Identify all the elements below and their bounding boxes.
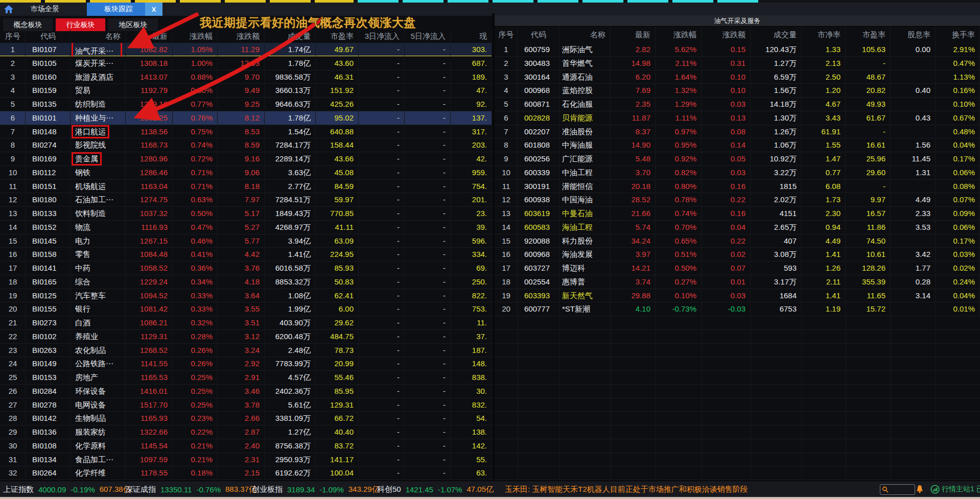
table-row[interactable]: 6 BI0101 种植业与⋯ 1082.25 0.76% 8.12 1.78亿 … xyxy=(0,111,492,125)
table-row[interactable]: 11 BI0151 机场航运 1163.04 0.71% 8.18 2.77亿 … xyxy=(0,180,492,194)
column-header[interactable]: 名称 xyxy=(559,27,611,43)
cell-volume: 3660.13万 xyxy=(265,84,316,98)
table-row[interactable]: 32 BI0264 化学纤维 1178.55 0.18% 2.15 6192.6… xyxy=(0,466,492,480)
table-row[interactable]: 30 BI0108 化学原料 1145.54 0.21% 2.40 8756.3… xyxy=(0,439,492,453)
table-row[interactable]: 22 BI0102 养殖业 1129.31 0.28% 3.12 6200.48… xyxy=(0,330,492,344)
table-row[interactable]: 1 BI0107 油气开采⋯ 1082.82 1.05% 11.29 1.74亿… xyxy=(0,43,492,57)
table-row[interactable]: 7 002207 准油股份 8.37 0.97% 0.08 1.26万 61.9… xyxy=(495,125,980,139)
table-row[interactable]: 28 BI0142 生物制品 1165.93 0.23% 2.66 3381.0… xyxy=(0,412,492,425)
connection-icon[interactable] xyxy=(930,485,940,495)
table-row[interactable]: 29 BI0136 服装家纺 1322.66 0.22% 2.87 1.27亿 … xyxy=(0,425,492,439)
table-row[interactable]: 10 BI0112 钢铁 1286.46 0.71% 9.06 3.63亿 45… xyxy=(0,166,492,180)
tab-sector-tracking[interactable]: 板块跟踪 X xyxy=(87,3,162,16)
table-row[interactable]: 14 BI0152 物流 1116.93 0.47% 5.27 4268.97万… xyxy=(0,221,492,234)
connection-status[interactable]: 行情主站1 已 xyxy=(942,481,980,497)
table-row[interactable]: 5 600871 石化油服 2.35 1.29% 0.03 14.18万 4.6… xyxy=(495,98,980,111)
table-row[interactable]: 4 000968 蓝焰控股 7.69 1.32% 0.10 1.56万 1.20… xyxy=(495,84,980,98)
column-header[interactable]: 现 xyxy=(451,30,492,43)
search-icon xyxy=(882,486,889,493)
tab-market-overview[interactable]: 市场全景 xyxy=(17,3,73,16)
table-row[interactable]: 19 BI0125 汽车整车 1094.52 0.33% 3.64 1.08亿 … xyxy=(0,289,492,303)
column-header[interactable]: 3日净流入 xyxy=(359,30,405,43)
table-row[interactable]: 3 300164 通源石油 6.20 1.64% 0.10 6.59万 2.50… xyxy=(495,70,980,84)
table-row[interactable]: 12 BI0180 石油加工⋯ 1274.75 0.63% 7.97 7284.… xyxy=(0,193,492,207)
table-row[interactable]: 9 BI0169 贵金属 1280.96 0.72% 9.16 2289.14万… xyxy=(0,152,492,166)
cell-name: 综合 xyxy=(71,275,126,289)
table-row[interactable]: 7 BI0148 港口航运 1138.56 0.75% 8.53 1.54亿 6… xyxy=(0,125,492,139)
column-header[interactable]: 涨跌额 xyxy=(218,30,265,43)
table-row[interactable]: 18 BI0165 综合 1229.24 0.34% 4.18 8853.32万… xyxy=(0,275,492,289)
cell-volume: 7783.99万 xyxy=(265,357,316,371)
table-row[interactable]: 2 300483 首华燃气 14.98 2.11% 0.31 1.27万 2.1… xyxy=(495,57,980,70)
table-row[interactable]: 12 600938 中国海油 28.52 0.78% 0.22 2.02万 1.… xyxy=(495,193,980,207)
table-row[interactable]: 18 002554 惠博普 3.74 0.27% 0.01 3.17万 2.11… xyxy=(495,275,980,289)
table-row[interactable]: 16 600968 海油发展 3.97 0.51% 0.02 3.08万 1.4… xyxy=(495,248,980,262)
search-input[interactable] xyxy=(880,484,915,495)
table-row[interactable]: 20 600777 *ST新潮 4.10 -0.73% -0.03 6753 1… xyxy=(495,302,980,316)
table-row[interactable]: 21 BI0273 白酒 1086.21 0.32% 3.51 403.90万 … xyxy=(0,316,492,330)
column-header[interactable]: 成交量 xyxy=(751,27,802,43)
table-row[interactable]: 24 BI0149 公路铁路⋯ 1141.55 0.26% 2.92 7783.… xyxy=(0,357,492,371)
column-header[interactable]: 市盈率 xyxy=(316,30,359,43)
table-row[interactable]: 13 BI0133 饮料制造 1037.32 0.50% 5.17 1849.4… xyxy=(0,207,492,221)
column-header[interactable]: 最新 xyxy=(611,27,656,43)
news-ticker[interactable]: 玉禾田: 玉树智能天禾T2机器人目前正处于市场推广和积极洽谈销售阶段 xyxy=(505,481,748,497)
column-header[interactable]: 5日净流入 xyxy=(405,30,451,43)
table-row[interactable]: 25 BI0153 房地产 1165.53 0.25% 2.91 4.57亿 5… xyxy=(0,371,492,385)
table-row[interactable]: 14 600583 海油工程 5.74 0.70% 0.04 2.65万 0.9… xyxy=(495,221,980,234)
table-row[interactable]: 11 300191 潜能恒信 20.18 0.80% 0.16 1815 6.0… xyxy=(495,180,980,194)
table-row[interactable]: 9 600256 广汇能源 5.48 0.92% 0.05 10.92万 1.4… xyxy=(495,152,980,166)
column-header[interactable]: 涨跌幅 xyxy=(173,30,218,43)
cell-pe: 41.11 xyxy=(316,221,359,234)
table-row[interactable]: 26 BI0284 环保设备 1416.01 0.25% 3.46 2402.3… xyxy=(0,385,492,398)
column-header[interactable]: 成交量 xyxy=(265,30,316,43)
table-row[interactable]: 8 601808 中海油服 14.90 0.95% 0.14 1.06万 1.5… xyxy=(495,138,980,152)
column-header[interactable]: 代码 xyxy=(518,27,559,43)
cell-5d-inflow: - xyxy=(405,398,451,412)
table-row[interactable]: 1 600759 洲际油气 2.82 5.62% 0.15 120.43万 1.… xyxy=(495,43,980,57)
table-row[interactable]: 15 BI0145 电力 1267.15 0.46% 5.77 3.94亿 63… xyxy=(0,234,492,248)
table-row[interactable]: 10 600339 中油工程 3.70 0.82% 0.03 3.22万 0.7… xyxy=(495,166,980,180)
cell-5d-inflow: - xyxy=(405,289,451,303)
table-row[interactable]: 6 002828 贝肯能源 11.87 1.11% 0.13 1.30万 3.4… xyxy=(495,111,980,125)
cell-change-pct: 0.23% xyxy=(173,412,218,425)
column-header[interactable]: 市盈率 xyxy=(846,27,891,43)
cell-change-pct: 0.25% xyxy=(173,398,218,412)
table-row[interactable]: 13 603619 中曼石油 21.66 0.74% 0.16 4151 2.3… xyxy=(495,207,980,221)
column-header[interactable]: 序号 xyxy=(495,27,518,43)
cell-3d-inflow: - xyxy=(359,98,405,111)
index-quote[interactable]: 上证指数 4000.09 -0.19% 607.38亿 xyxy=(3,481,131,497)
table-row[interactable]: 19 603393 新天然气 29.88 0.10% 0.03 1684 1.4… xyxy=(495,289,980,303)
index-quote[interactable]: 创业板指 3189.34 -1.09% 343.29亿 xyxy=(252,481,380,497)
column-header[interactable]: 涨跌幅 xyxy=(656,27,702,43)
home-icon[interactable] xyxy=(0,3,17,16)
table-row[interactable]: 8 BI0274 影视院线 1168.73 0.74% 8.59 7284.17… xyxy=(0,138,492,152)
column-header[interactable]: 换手率 xyxy=(936,27,980,43)
cell-code: BI0102 xyxy=(26,330,71,344)
column-header[interactable]: 最新 xyxy=(126,30,173,43)
column-header[interactable]: 代码 xyxy=(26,30,71,43)
table-row[interactable]: 17 603727 博迈科 14.21 0.50% 0.07 593 1.26 … xyxy=(495,262,980,275)
cell-change: 3.12 xyxy=(218,330,265,344)
table-row[interactable]: 17 BI0141 中药 1058.52 0.36% 3.76 6016.58万… xyxy=(0,262,492,275)
table-row[interactable]: 15 920088 科力股份 34.24 0.65% 0.22 407 4.49… xyxy=(495,234,980,248)
column-header[interactable]: 序号 xyxy=(0,30,26,43)
table-row[interactable]: 16 BI0158 零售 1084.48 0.41% 4.42 1.41亿 22… xyxy=(0,248,492,262)
table-row[interactable]: 3 BI0160 旅游及酒店 1413.07 0.88% 9.70 9836.5… xyxy=(0,70,492,84)
table-row[interactable]: 20 BI0155 银行 1081.42 0.33% 3.55 1.99亿 6.… xyxy=(0,302,492,316)
table-row[interactable]: 27 BI0278 电网设备 1517.70 0.25% 3.78 5.61亿 … xyxy=(0,398,492,412)
column-header[interactable]: 名称 xyxy=(71,30,126,43)
table-row[interactable]: 5 BI0135 纺织制造 1209.18 0.77% 9.25 9646.63… xyxy=(0,98,492,111)
bell-icon[interactable] xyxy=(916,485,924,495)
column-header[interactable]: 涨跌额 xyxy=(702,27,751,43)
index-quote[interactable]: 深证成指 13350.11 -0.76% 883.37亿 xyxy=(125,481,256,497)
column-header[interactable]: 市净率 xyxy=(802,27,846,43)
table-row[interactable]: 4 BI0159 贸易 1192.79 0.80% 9.49 3660.13万 … xyxy=(0,84,492,98)
close-icon[interactable]: X xyxy=(145,3,162,16)
table-row[interactable]: 23 BI0263 农化制品 1268.52 0.26% 3.24 2.48亿 … xyxy=(0,344,492,358)
table-row[interactable]: 31 BI0134 食品加工⋯ 1097.59 0.21% 2.31 2950.… xyxy=(0,453,492,467)
index-quote[interactable]: 科创50 1421.45 -1.07% 47.05亿 xyxy=(377,481,494,497)
table-row[interactable]: 2 BI0105 煤炭开采⋯ 1308.18 1.00% 12.93 1.78亿… xyxy=(0,57,492,70)
column-header[interactable]: 股息率 xyxy=(891,27,936,43)
cell-5d-inflow: - xyxy=(405,412,451,425)
